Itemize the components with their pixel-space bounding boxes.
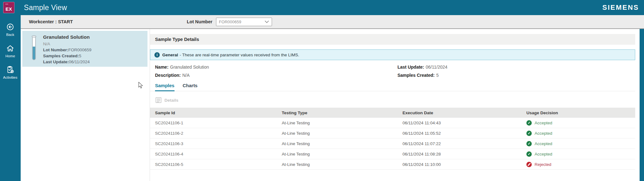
usage-decision-label: Accepted [535,131,552,136]
info-banner-title: General [162,53,178,57]
cell-usage-decision: Accepted [521,141,635,146]
info-banner-text: - These are real-time parameter values r… [180,53,299,57]
sidebar-item-back[interactable]: Back [6,23,14,37]
table-header-row: Sample Id Testing Type Execution Date Us… [150,108,635,118]
last-update-field-value: 06/11/2024 [69,59,90,64]
mouse-cursor [138,82,144,89]
field-last-update-value: 06/11/2024 [426,65,447,70]
details-icon [155,97,162,104]
cell-sample-id: SC20241106-2 [150,131,277,136]
details-button-label: Details [164,98,178,103]
cell-testing-type: At-Line Testing [277,141,397,146]
sidebar-item-home[interactable]: Home [5,44,15,58]
field-name-label: Name: [155,65,169,70]
sample-type-details-panel: Sample Type Details i General - These ar… [150,29,635,181]
section-title: Sample Type Details [150,34,635,45]
siemens-logo: SIEMENS [602,3,639,12]
cell-execution-date: 06/11/2024 11:04:43 [397,121,521,125]
opcenter-ex-logo-icon[interactable]: EX [3,2,14,13]
app-header: EX Sample View SIEMENS [0,0,644,15]
cell-execution-date: 06/11/2024 11:10:00 [397,162,521,167]
cell-sample-id: SC20241106-4 [150,152,277,156]
accepted-icon [526,120,532,126]
cell-execution-date: 06/11/2024 11:05:52 [397,131,521,136]
home-icon [6,44,14,53]
accepted-icon [526,141,532,146]
cell-testing-type: At-Line Testing [277,131,397,136]
cell-testing-type: At-Line Testing [277,152,397,156]
samples-created-field-label: Samples Created: [43,54,79,58]
details-button[interactable]: Details [155,97,178,104]
info-banner: i General - These are real-time paramete… [150,49,635,60]
detail-fields: Name:Granulated Solution Last Update:06/… [150,65,635,78]
sidebar: Back Home Activities [0,15,21,181]
column-header-execution-date[interactable]: Execution Date [397,110,521,115]
field-last-update-label: Last Update: [397,65,424,70]
cell-usage-decision: Accepted [521,120,635,126]
sample-list-panel: Granulated Solution N/A Lot Number:FOR00… [21,29,150,181]
lot-number-field-label: Lot Number: [43,48,68,52]
sample-card-subtitle: N/A [43,41,92,47]
column-header-usage-decision[interactable]: Usage Decision [521,110,635,115]
cell-testing-type: At-Line Testing [277,162,397,167]
table-row[interactable]: SC20241106-2 At-Line Testing 06/11/2024 … [150,128,635,139]
usage-decision-label: Rejected [535,162,551,167]
lot-number-label: Lot Number [187,19,212,24]
field-name: Name:Granulated Solution [155,65,397,70]
samples-created-field-value: 5 [79,54,81,58]
right-frame-border [640,29,644,181]
sample-card-title: Granulated Solution [43,34,92,40]
info-icon: i [154,52,160,58]
sample-card-lot-number: Lot Number:FOR000659 [43,47,92,53]
table-toolbar: Details [150,94,635,106]
cell-usage-decision: Rejected [521,162,635,167]
page-title: Sample View [24,3,67,12]
cell-sample-id: SC20241106-5 [150,162,277,167]
table-row[interactable]: SC20241106-5 At-Line Testing 06/11/2024 … [150,159,635,170]
tab-samples[interactable]: Samples [155,83,175,91]
sidebar-item-label: Activities [3,76,17,79]
field-description-value: N/A [182,73,190,78]
tab-charts[interactable]: Charts [183,83,198,91]
sidebar-item-label: Back [6,33,14,37]
back-icon [6,23,14,31]
field-last-update: Last Update:06/11/2024 [397,65,635,70]
cell-execution-date: 06/11/2024 11:07:22 [397,141,521,146]
last-update-field-label: Last Update: [43,59,69,64]
field-name-value: Granulated Solution [170,65,209,70]
cell-sample-id: SC20241106-3 [150,141,277,146]
usage-decision-label: Accepted [535,121,552,125]
samples-table: Sample Id Testing Type Execution Date Us… [150,108,635,170]
table-row[interactable]: SC20241106-1 At-Line Testing 06/11/2024 … [150,118,635,128]
cell-testing-type: At-Line Testing [277,121,397,125]
activities-icon [6,65,14,74]
field-samples-created: Samples Created:5 [397,73,635,78]
sample-card-samples-created: Samples Created:5 [43,53,92,59]
sample-card-last-update: Last Update:06/11/2024 [43,59,92,65]
sidebar-item-label: Home [5,54,15,58]
workcenter-bar: Workcenter : START Lot Number FOR000659 [21,15,644,29]
lot-number-field-value: FOR000659 [68,48,92,52]
column-header-sample-id[interactable]: Sample Id [150,110,277,115]
lot-number-value: FOR000659 [219,20,264,24]
workcenter-label: Workcenter : START [29,19,73,24]
sample-card-text: Granulated Solution N/A Lot Number:FOR00… [43,34,92,65]
sample-view-app: EX Sample View SIEMENS Back Home [0,0,644,181]
field-samples-created-label: Samples Created: [397,73,435,78]
cell-usage-decision: Accepted [521,131,635,136]
column-header-testing-type[interactable]: Testing Type [277,110,397,115]
usage-decision-label: Accepted [535,152,552,156]
cell-execution-date: 06/11/2024 11:08:28 [397,152,521,156]
tab-bar: Samples Charts [150,83,635,91]
field-description-label: Description: [155,73,181,78]
lot-number-dropdown[interactable]: FOR000659 [216,18,272,26]
sidebar-item-activities[interactable]: Activities [3,65,17,79]
sample-type-card[interactable]: Granulated Solution N/A Lot Number:FOR00… [22,31,147,67]
table-row[interactable]: SC20241106-3 At-Line Testing 06/11/2024 … [150,139,635,149]
accepted-icon [526,131,532,136]
field-samples-created-value: 5 [436,73,439,78]
table-row[interactable]: SC20241106-4 At-Line Testing 06/11/2024 … [150,149,635,159]
cell-usage-decision: Accepted [521,151,635,157]
usage-decision-label: Accepted [535,141,552,146]
accepted-icon [526,151,532,157]
